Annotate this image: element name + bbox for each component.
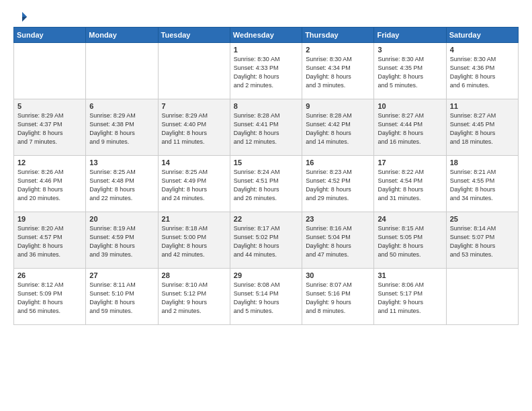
day-info: Sunrise: 8:17 AM Sunset: 5:02 PM Dayligh… <box>234 224 298 259</box>
day-info: Sunrise: 8:16 AM Sunset: 5:04 PM Dayligh… <box>306 224 370 259</box>
day-info: Sunrise: 8:25 AM Sunset: 4:48 PM Dayligh… <box>89 168 154 203</box>
day-number: 24 <box>378 215 442 223</box>
week-row-1: 1Sunrise: 8:30 AM Sunset: 4:33 PM Daylig… <box>14 43 519 99</box>
calendar-cell: 7Sunrise: 8:29 AM Sunset: 4:40 PM Daylig… <box>158 99 230 156</box>
svg-marker-1 <box>22 17 27 21</box>
calendar-cell <box>446 269 518 325</box>
day-number: 9 <box>306 102 370 110</box>
calendar-cell: 2Sunrise: 8:30 AM Sunset: 4:34 PM Daylig… <box>302 43 374 99</box>
calendar-cell: 30Sunrise: 8:07 AM Sunset: 5:16 PM Dayli… <box>302 269 374 325</box>
day-info: Sunrise: 8:24 AM Sunset: 4:51 PM Dayligh… <box>234 168 298 203</box>
calendar-cell: 10Sunrise: 8:27 AM Sunset: 4:44 PM Dayli… <box>374 99 446 156</box>
weekday-header-monday: Monday <box>86 28 158 43</box>
day-info: Sunrise: 8:30 AM Sunset: 4:33 PM Dayligh… <box>234 55 298 90</box>
day-info: Sunrise: 8:08 AM Sunset: 5:14 PM Dayligh… <box>234 281 298 316</box>
day-number: 11 <box>450 102 515 110</box>
day-info: Sunrise: 8:15 AM Sunset: 5:05 PM Dayligh… <box>378 224 442 259</box>
calendar-cell: 4Sunrise: 8:30 AM Sunset: 4:36 PM Daylig… <box>446 43 518 99</box>
calendar-cell: 24Sunrise: 8:15 AM Sunset: 5:05 PM Dayli… <box>374 212 446 269</box>
calendar-cell: 5Sunrise: 8:29 AM Sunset: 4:37 PM Daylig… <box>14 99 86 156</box>
header <box>13 11 519 20</box>
calendar-cell: 6Sunrise: 8:29 AM Sunset: 4:38 PM Daylig… <box>86 99 158 156</box>
day-number: 15 <box>234 158 298 167</box>
calendar-cell: 13Sunrise: 8:25 AM Sunset: 4:48 PM Dayli… <box>86 156 158 212</box>
day-number: 7 <box>162 102 226 110</box>
calendar-cell: 8Sunrise: 8:28 AM Sunset: 4:41 PM Daylig… <box>230 99 302 156</box>
day-number: 14 <box>162 158 226 167</box>
week-row-4: 19Sunrise: 8:20 AM Sunset: 4:57 PM Dayli… <box>14 212 519 269</box>
calendar-cell: 11Sunrise: 8:27 AM Sunset: 4:45 PM Dayli… <box>446 99 518 156</box>
day-number: 10 <box>378 102 442 110</box>
day-number: 4 <box>450 46 515 54</box>
calendar-cell: 31Sunrise: 8:06 AM Sunset: 5:17 PM Dayli… <box>374 269 446 325</box>
day-info: Sunrise: 8:14 AM Sunset: 5:07 PM Dayligh… <box>450 224 515 259</box>
day-info: Sunrise: 8:21 AM Sunset: 4:55 PM Dayligh… <box>450 168 515 203</box>
day-number: 27 <box>89 271 154 279</box>
day-info: Sunrise: 8:07 AM Sunset: 5:16 PM Dayligh… <box>306 281 370 316</box>
week-row-2: 5Sunrise: 8:29 AM Sunset: 4:37 PM Daylig… <box>14 99 519 156</box>
calendar-cell: 19Sunrise: 8:20 AM Sunset: 4:57 PM Dayli… <box>14 212 86 269</box>
calendar-table: SundayMondayTuesdayWednesdayThursdayFrid… <box>13 27 519 325</box>
calendar-cell: 14Sunrise: 8:25 AM Sunset: 4:49 PM Dayli… <box>158 156 230 212</box>
day-info: Sunrise: 8:19 AM Sunset: 4:59 PM Dayligh… <box>89 224 154 259</box>
day-info: Sunrise: 8:22 AM Sunset: 4:54 PM Dayligh… <box>378 168 442 203</box>
day-info: Sunrise: 8:30 AM Sunset: 4:34 PM Dayligh… <box>306 55 370 90</box>
logo <box>13 11 28 20</box>
day-number: 19 <box>17 215 82 223</box>
day-info: Sunrise: 8:12 AM Sunset: 5:09 PM Dayligh… <box>17 281 82 316</box>
day-info: Sunrise: 8:27 AM Sunset: 4:45 PM Dayligh… <box>450 111 515 146</box>
day-number: 8 <box>234 102 298 110</box>
day-number: 22 <box>234 215 298 223</box>
weekday-header-friday: Friday <box>374 28 446 43</box>
day-number: 26 <box>17 271 82 279</box>
weekday-header-sunday: Sunday <box>14 28 86 43</box>
day-info: Sunrise: 8:23 AM Sunset: 4:52 PM Dayligh… <box>306 168 370 203</box>
day-number: 29 <box>234 271 298 279</box>
weekday-header-row: SundayMondayTuesdayWednesdayThursdayFrid… <box>14 28 519 43</box>
calendar-cell: 3Sunrise: 8:30 AM Sunset: 4:35 PM Daylig… <box>374 43 446 99</box>
week-row-3: 12Sunrise: 8:26 AM Sunset: 4:46 PM Dayli… <box>14 156 519 212</box>
calendar-cell: 27Sunrise: 8:11 AM Sunset: 5:10 PM Dayli… <box>86 269 158 325</box>
logo-icon <box>16 11 28 23</box>
day-info: Sunrise: 8:30 AM Sunset: 4:36 PM Dayligh… <box>450 55 515 90</box>
day-info: Sunrise: 8:29 AM Sunset: 4:37 PM Dayligh… <box>17 111 82 146</box>
day-info: Sunrise: 8:11 AM Sunset: 5:10 PM Dayligh… <box>89 281 154 316</box>
page: SundayMondayTuesdayWednesdayThursdayFrid… <box>0 0 532 411</box>
weekday-header-tuesday: Tuesday <box>158 28 230 43</box>
day-number: 21 <box>162 215 226 223</box>
week-row-5: 26Sunrise: 8:12 AM Sunset: 5:09 PM Dayli… <box>14 269 519 325</box>
calendar-cell <box>14 43 86 99</box>
calendar-cell: 9Sunrise: 8:28 AM Sunset: 4:42 PM Daylig… <box>302 99 374 156</box>
calendar-cell: 1Sunrise: 8:30 AM Sunset: 4:33 PM Daylig… <box>230 43 302 99</box>
day-info: Sunrise: 8:28 AM Sunset: 4:41 PM Dayligh… <box>234 111 298 146</box>
day-number: 6 <box>89 102 154 110</box>
day-info: Sunrise: 8:20 AM Sunset: 4:57 PM Dayligh… <box>17 224 82 259</box>
calendar-cell <box>86 43 158 99</box>
day-number: 25 <box>450 215 515 223</box>
day-number: 23 <box>306 215 370 223</box>
day-number: 12 <box>17 158 82 167</box>
day-number: 3 <box>378 46 442 54</box>
logo-text <box>13 11 28 23</box>
day-number: 16 <box>306 158 370 167</box>
calendar-cell <box>158 43 230 99</box>
day-info: Sunrise: 8:10 AM Sunset: 5:12 PM Dayligh… <box>162 281 226 316</box>
day-number: 5 <box>17 102 82 110</box>
day-number: 30 <box>306 271 370 279</box>
day-info: Sunrise: 8:25 AM Sunset: 4:49 PM Dayligh… <box>162 168 226 203</box>
day-info: Sunrise: 8:18 AM Sunset: 5:00 PM Dayligh… <box>162 224 226 259</box>
day-number: 13 <box>89 158 154 167</box>
day-info: Sunrise: 8:30 AM Sunset: 4:35 PM Dayligh… <box>378 55 442 90</box>
weekday-header-saturday: Saturday <box>446 28 518 43</box>
day-info: Sunrise: 8:28 AM Sunset: 4:42 PM Dayligh… <box>306 111 370 146</box>
day-info: Sunrise: 8:27 AM Sunset: 4:44 PM Dayligh… <box>378 111 442 146</box>
calendar-cell: 26Sunrise: 8:12 AM Sunset: 5:09 PM Dayli… <box>14 269 86 325</box>
calendar-cell: 22Sunrise: 8:17 AM Sunset: 5:02 PM Dayli… <box>230 212 302 269</box>
day-info: Sunrise: 8:29 AM Sunset: 4:38 PM Dayligh… <box>89 111 154 146</box>
day-info: Sunrise: 8:26 AM Sunset: 4:46 PM Dayligh… <box>17 168 82 203</box>
day-number: 1 <box>234 46 298 54</box>
calendar-cell: 18Sunrise: 8:21 AM Sunset: 4:55 PM Dayli… <box>446 156 518 212</box>
day-number: 2 <box>306 46 370 54</box>
calendar-cell: 17Sunrise: 8:22 AM Sunset: 4:54 PM Dayli… <box>374 156 446 212</box>
calendar-cell: 23Sunrise: 8:16 AM Sunset: 5:04 PM Dayli… <box>302 212 374 269</box>
